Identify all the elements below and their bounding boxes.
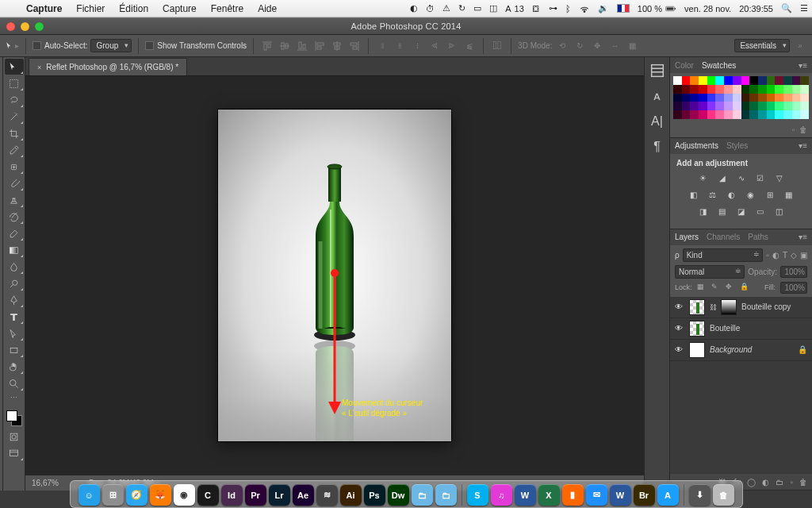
distribute-hcenter-icon[interactable]: ⫸ bbox=[445, 39, 459, 53]
color-lookup-icon[interactable]: ▦ bbox=[783, 189, 795, 202]
clone-stamp-tool[interactable] bbox=[5, 192, 24, 208]
status-volume-icon[interactable]: 🔉 bbox=[594, 3, 613, 13]
swatch[interactable] bbox=[733, 110, 741, 119]
swatch[interactable] bbox=[767, 110, 776, 119]
mail-app[interactable]: ✉ bbox=[586, 484, 607, 506]
swatch[interactable] bbox=[749, 94, 758, 102]
pen-tool[interactable] bbox=[5, 292, 24, 308]
healing-brush-tool[interactable] bbox=[5, 159, 24, 175]
swatch[interactable] bbox=[767, 85, 776, 94]
distribute-top-icon[interactable]: ⫴ bbox=[375, 39, 389, 53]
align-right-icon[interactable] bbox=[347, 39, 362, 53]
crop-tool[interactable] bbox=[5, 125, 24, 141]
eraser-tool[interactable] bbox=[5, 225, 24, 241]
swatch[interactable] bbox=[699, 110, 707, 119]
swatch[interactable] bbox=[715, 110, 724, 119]
status-flag[interactable] bbox=[613, 4, 634, 13]
opacity-value[interactable]: 100% bbox=[780, 266, 807, 278]
search-icon[interactable]: » bbox=[793, 39, 807, 53]
swatch[interactable] bbox=[758, 76, 767, 85]
minimize-window[interactable] bbox=[21, 22, 29, 31]
hue-icon[interactable]: ◧ bbox=[688, 189, 700, 202]
swatch[interactable] bbox=[707, 102, 716, 110]
blur-tool[interactable] bbox=[5, 259, 24, 275]
canvas-viewport[interactable]: Mouvement du curseur « L'outil dégradé » bbox=[25, 76, 644, 475]
cinema4d-app[interactable]: C bbox=[197, 484, 219, 506]
workspace-switcher[interactable]: Essentials bbox=[734, 39, 790, 52]
tab-channels[interactable]: Channels bbox=[707, 233, 740, 241]
panel-menu-icon[interactable]: ▾≡ bbox=[799, 61, 807, 70]
firefox-app[interactable]: 🦊 bbox=[150, 484, 171, 506]
lock-position-icon[interactable]: ✥ bbox=[726, 283, 735, 292]
swatch[interactable] bbox=[741, 102, 750, 110]
swatch[interactable] bbox=[792, 102, 801, 110]
status-cc-icon[interactable]: ◐ bbox=[406, 3, 422, 13]
swatch[interactable] bbox=[783, 76, 792, 85]
swatch[interactable] bbox=[707, 94, 716, 102]
gradient-tool[interactable] bbox=[5, 242, 24, 258]
tab-swatches[interactable]: Swatches bbox=[702, 61, 736, 70]
swatch[interactable] bbox=[707, 76, 716, 85]
layer-row[interactable]: 👁⛓Bouteille copy bbox=[670, 297, 812, 318]
threshold-icon[interactable]: ◪ bbox=[735, 206, 748, 218]
panel-menu-icon[interactable]: ▾≡ bbox=[799, 233, 807, 241]
swatch[interactable] bbox=[775, 94, 783, 102]
swatch[interactable] bbox=[758, 102, 767, 110]
swatch[interactable] bbox=[749, 76, 758, 85]
menu-edit[interactable]: Édition bbox=[112, 0, 155, 17]
swatch[interactable] bbox=[775, 85, 783, 94]
dreamweaver-app[interactable]: Dw bbox=[388, 484, 409, 506]
screen-mode-toggle[interactable] bbox=[5, 445, 24, 461]
history-brush-tool[interactable] bbox=[5, 209, 24, 225]
layer-row[interactable]: 👁Background🔒 bbox=[670, 340, 812, 361]
swatch[interactable] bbox=[800, 110, 809, 119]
swatch[interactable] bbox=[673, 85, 682, 94]
swatch[interactable] bbox=[690, 76, 699, 85]
swatch[interactable] bbox=[775, 102, 783, 110]
aftereffects-app[interactable]: Ae bbox=[293, 484, 314, 506]
swatch[interactable] bbox=[682, 94, 691, 102]
move-tool[interactable] bbox=[5, 59, 24, 75]
swatch[interactable] bbox=[699, 76, 707, 85]
new-group-icon[interactable]: 🗀 bbox=[776, 478, 783, 487]
extension-app[interactable]: ≋ bbox=[316, 484, 338, 506]
swatch[interactable] bbox=[800, 76, 809, 85]
levels-icon[interactable]: ◢ bbox=[716, 172, 729, 185]
swatch[interactable] bbox=[749, 85, 758, 94]
swatch[interactable] bbox=[673, 94, 682, 102]
layer-row[interactable]: 👁Bouteille bbox=[670, 318, 812, 340]
swatch[interactable] bbox=[690, 94, 699, 102]
swatch[interactable] bbox=[783, 85, 792, 94]
distribute-vcenter-icon[interactable]: ⫵ bbox=[393, 39, 407, 53]
photoshop-app[interactable]: Ps bbox=[364, 484, 385, 506]
swatch[interactable] bbox=[800, 94, 809, 102]
swatch[interactable] bbox=[724, 85, 733, 94]
invert-icon[interactable]: ◨ bbox=[697, 206, 710, 218]
swatch[interactable] bbox=[733, 76, 741, 85]
swatch[interactable] bbox=[775, 76, 783, 85]
menu-help[interactable]: Aide bbox=[251, 0, 284, 17]
lock-transparency-icon[interactable]: ▦ bbox=[697, 283, 707, 292]
zoom-window[interactable] bbox=[35, 22, 44, 31]
close-window[interactable] bbox=[6, 22, 15, 31]
swatch[interactable] bbox=[792, 76, 801, 85]
3d-orbit-icon[interactable]: ⟲ bbox=[555, 39, 569, 53]
filter-adj-icon[interactable]: ◐ bbox=[772, 251, 779, 260]
tab-styles[interactable]: Styles bbox=[726, 141, 748, 150]
spotlight-icon[interactable]: 🔍 bbox=[777, 3, 796, 13]
swatch[interactable] bbox=[715, 102, 724, 110]
status-sync-icon[interactable]: ↻ bbox=[454, 3, 469, 13]
swatch[interactable] bbox=[673, 76, 682, 85]
status-alert-icon[interactable]: ⚠ bbox=[439, 3, 454, 13]
curves-icon[interactable]: ∿ bbox=[735, 172, 748, 185]
swatch[interactable] bbox=[682, 85, 691, 94]
swatch[interactable] bbox=[699, 94, 707, 102]
magic-wand-tool[interactable] bbox=[5, 109, 24, 125]
status-date[interactable]: ven. 28 nov. bbox=[680, 4, 735, 13]
swatch[interactable] bbox=[699, 85, 707, 94]
distribute-bottom-icon[interactable]: ⫶ bbox=[410, 39, 424, 53]
mask-link-icon[interactable]: ⛓ bbox=[710, 303, 716, 311]
swatch[interactable] bbox=[758, 85, 767, 94]
status-time[interactable]: 20:39:55 bbox=[735, 4, 777, 13]
swatch[interactable] bbox=[733, 102, 741, 110]
